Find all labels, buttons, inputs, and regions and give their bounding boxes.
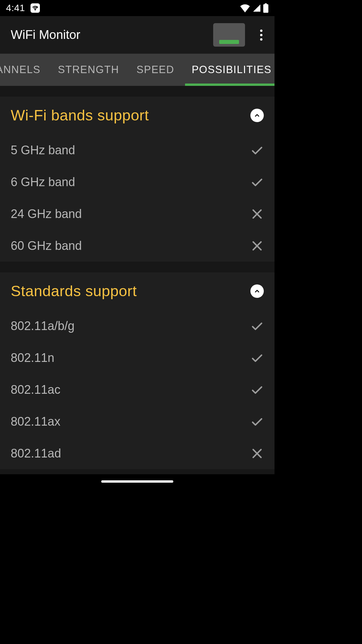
check-icon — [250, 415, 264, 428]
capability-label: 802.11a/b/g — [11, 319, 74, 333]
capability-label: 802.11ax — [11, 415, 60, 429]
overflow-menu-button[interactable] — [254, 28, 268, 42]
capability-label: 5 GHz band — [11, 143, 75, 157]
app-bar: WiFi Monitor — [0, 16, 275, 54]
capability-row: 24 GHz band — [11, 198, 264, 230]
tab-bar: CHANNELS STRENGTH SPEED POSSIBILITIES SC… — [0, 54, 275, 86]
tab-strength[interactable]: STRENGTH — [49, 54, 128, 86]
capability-label: 6 GHz band — [11, 175, 75, 189]
tab-possibilities[interactable]: POSSIBILITIES — [183, 54, 275, 86]
check-icon — [250, 351, 264, 365]
capability-label: 24 GHz band — [11, 207, 82, 221]
svg-point-0 — [35, 9, 36, 10]
capability-row: 802.11ad — [11, 437, 264, 469]
check-icon — [250, 319, 264, 333]
check-icon — [250, 144, 264, 157]
check-icon — [250, 383, 264, 396]
tab-speed[interactable]: SPEED — [128, 54, 183, 86]
svg-rect-2 — [265, 3, 267, 5]
app-title: WiFi Monitor — [11, 28, 213, 42]
chevron-up-icon — [250, 284, 264, 298]
section-title: Wi-Fi bands support — [11, 107, 149, 124]
close-icon — [250, 207, 264, 221]
status-left: 4:41 — [6, 3, 40, 13]
section-gap — [0, 86, 275, 97]
capability-row: 6 GHz band — [11, 166, 264, 198]
tab-label: CHANNELS — [0, 64, 41, 76]
capability-row: 802.11n — [11, 342, 264, 374]
wifi-signal-icon — [240, 4, 250, 12]
tab-label: POSSIBILITIES — [192, 64, 272, 76]
cell-signal-icon — [252, 4, 261, 12]
tab-channels[interactable]: CHANNELS — [0, 54, 49, 86]
battery-icon — [263, 3, 268, 13]
capability-row: 60 GHz band — [11, 230, 264, 262]
section-standards: Standards support 802.11a/b/g 802.11n 80… — [0, 272, 275, 469]
check-icon — [250, 175, 264, 189]
wifi-app-status-icon — [31, 3, 40, 13]
capability-label: 60 GHz band — [11, 239, 82, 253]
section-header-standards[interactable]: Standards support — [11, 272, 264, 310]
capability-label: 802.11ac — [11, 383, 60, 397]
capability-row: 802.11ac — [11, 374, 264, 406]
status-right — [240, 3, 268, 13]
chevron-up-icon — [250, 109, 264, 122]
capability-row: 5 GHz band — [11, 134, 264, 166]
section-title: Standards support — [11, 282, 137, 300]
home-pill[interactable] — [101, 480, 173, 483]
capability-label: 802.11ad — [11, 446, 61, 461]
capability-row: 802.11a/b/g — [11, 310, 264, 342]
capability-row: 802.11ax — [11, 406, 264, 437]
capability-label: 802.11n — [11, 351, 54, 365]
close-icon — [250, 239, 264, 253]
close-icon — [250, 447, 264, 460]
signal-indicator-button[interactable] — [213, 23, 245, 47]
android-nav-bar — [0, 474, 275, 488]
section-gap — [0, 262, 275, 272]
svg-rect-1 — [263, 4, 268, 13]
status-time: 4:41 — [6, 3, 25, 13]
tab-label: STRENGTH — [58, 64, 119, 76]
status-bar: 4:41 — [0, 0, 275, 16]
section-bands: Wi-Fi bands support 5 GHz band 6 GHz ban… — [0, 97, 275, 262]
section-header-bands[interactable]: Wi-Fi bands support — [11, 97, 264, 134]
signal-bar — [219, 40, 239, 44]
content-scroll[interactable]: Wi-Fi bands support 5 GHz band 6 GHz ban… — [0, 86, 275, 474]
tab-label: SPEED — [136, 64, 174, 76]
